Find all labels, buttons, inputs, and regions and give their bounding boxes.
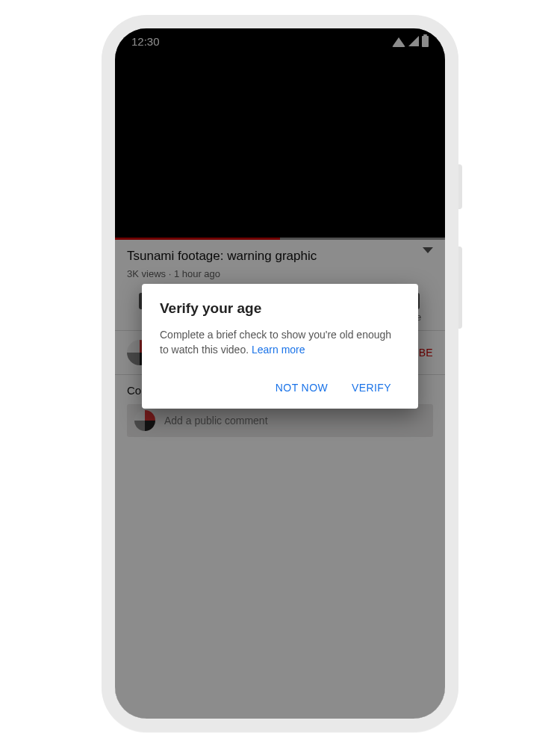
age-verify-dialog: Verify your age Complete a brief check t… — [142, 284, 418, 409]
dialog-title: Verify your age — [160, 300, 400, 317]
screen: 12:30 Tsunami footage: warning graphic 3… — [115, 28, 445, 719]
verify-button[interactable]: VERIFY — [343, 374, 400, 401]
learn-more-link[interactable]: Learn more — [252, 344, 305, 356]
phone-frame: 12:30 Tsunami footage: warning graphic 3… — [102, 15, 458, 732]
side-button-2 — [458, 247, 462, 329]
not-now-button[interactable]: NOT NOW — [267, 374, 337, 401]
side-button-1 — [458, 164, 462, 209]
dialog-actions: NOT NOW VERIFY — [160, 374, 400, 401]
dialog-body: Complete a brief check to show you're ol… — [160, 327, 400, 358]
